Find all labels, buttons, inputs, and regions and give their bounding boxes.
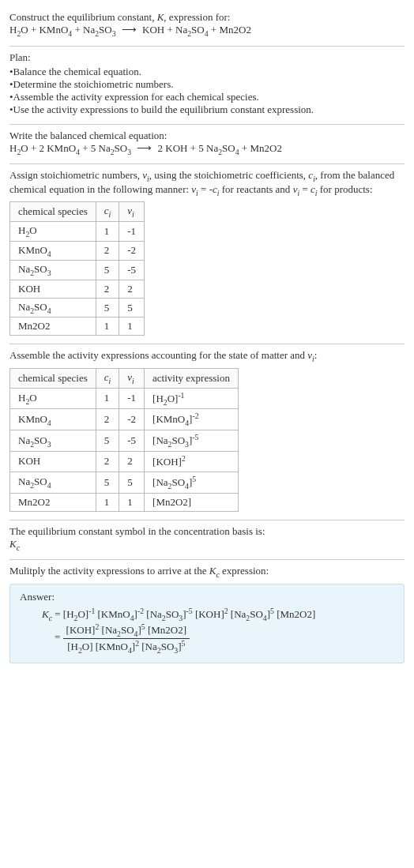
section-construct: Construct the equilibrium constant, K, e… [9, 6, 405, 46]
plan-item: Determine the stoichiometric numbers. [9, 78, 405, 91]
kc-symbol-text: The equilibrium constant symbol in the c… [9, 525, 405, 538]
col-ci: ci [96, 368, 119, 388]
plan-bullets: Balance the chemical equation. Determine… [9, 66, 405, 116]
kc-expression-line1: Kc = [H2O]-1 [KMnO4]-2 [Na2SO3]-5 [KOH]2… [20, 607, 394, 622]
answer-box: Answer: Kc = [H2O]-1 [KMnO4]-2 [Na2SO3]-… [9, 584, 405, 663]
reaction-arrow-icon [134, 142, 155, 154]
section-multiply: Mulitply the activity expressions to arr… [9, 560, 405, 671]
col-ci: ci [96, 202, 119, 222]
table-row: KMnO42-2 [10, 241, 145, 261]
table-header-row: chemical species ci νi activity expressi… [10, 368, 239, 388]
table-row: KOH22[KOH]2 [10, 452, 239, 472]
table-row: H2O1-1 [10, 221, 145, 241]
plan-item: Use the activity expressions to build th… [9, 103, 405, 116]
construct-intro: Construct the equilibrium constant, K, e… [9, 11, 405, 24]
plan-item: Assemble the activity expression for eac… [9, 91, 405, 103]
plan-heading: Plan: [9, 51, 405, 64]
table-row: KOH22 [10, 280, 145, 298]
table-header-row: chemical species ci νi [10, 202, 145, 222]
reaction-arrow-icon [119, 24, 140, 36]
table-row: Na2SO455[Na2SO4]5 [10, 472, 239, 493]
activity-table: chemical species ci νi activity expressi… [9, 368, 239, 512]
unbalanced-equation: H2O + KMnO4 + Na2SO3 KOH + Na2SO4 + Mn2O… [9, 24, 405, 38]
table-row: Na2SO35-5 [10, 261, 145, 280]
table-row: Na2SO35-5[Na2SO3]-5 [10, 430, 239, 452]
section-stoich: Assign stoichiometric numbers, νi, using… [9, 164, 405, 344]
balanced-equation: H2O + 2 KMnO4 + 5 Na2SO3 2 KOH + 5 Na2SO… [9, 142, 405, 156]
activity-text: Assemble the activity expressions accoun… [9, 349, 405, 363]
table-row: Mn2O211 [10, 318, 145, 336]
section-balanced: Write the balanced chemical equation: H2… [9, 125, 405, 164]
stoich-table: chemical species ci νi H2O1-1 KMnO42-2 N… [9, 201, 145, 336]
multiply-text: Mulitply the activity expressions to arr… [9, 565, 405, 579]
section-kc-symbol: The equilibrium constant symbol in the c… [9, 520, 405, 560]
fraction-numerator: [KOH]2 [Na2SO4]5 [Mn2O2] [63, 622, 190, 639]
section-plan: Plan: Balance the chemical equation. Det… [9, 47, 405, 124]
table-row: Mn2O211[Mn2O2] [10, 493, 239, 511]
table-row: KMnO42-2[KMnO4]-2 [10, 409, 239, 430]
table-row: H2O1-1[H2O]-1 [10, 388, 239, 409]
col-vi: νi [119, 368, 145, 388]
section-activity: Assemble the activity expressions accoun… [9, 344, 405, 519]
plan-item: Balance the chemical equation. [9, 66, 405, 78]
col-species: chemical species [10, 368, 96, 388]
col-vi: νi [119, 202, 145, 222]
table-row: Na2SO455 [10, 298, 145, 318]
fraction-denominator: [H2O] [KMnO4]2 [Na2SO3]5 [63, 639, 190, 655]
stoich-text: Assign stoichiometric numbers, νi, using… [9, 169, 405, 197]
kc-symbol: Kc [9, 538, 405, 552]
balanced-heading: Write the balanced chemical equation: [9, 130, 405, 142]
kc-expression-line2: = [KOH]2 [Na2SO4]5 [Mn2O2] [H2O] [KMnO4]… [20, 622, 394, 655]
answer-label: Answer: [20, 591, 394, 603]
col-species: chemical species [10, 202, 96, 222]
fraction: [KOH]2 [Na2SO4]5 [Mn2O2] [H2O] [KMnO4]2 … [63, 622, 190, 655]
col-activity: activity expression [145, 368, 239, 388]
